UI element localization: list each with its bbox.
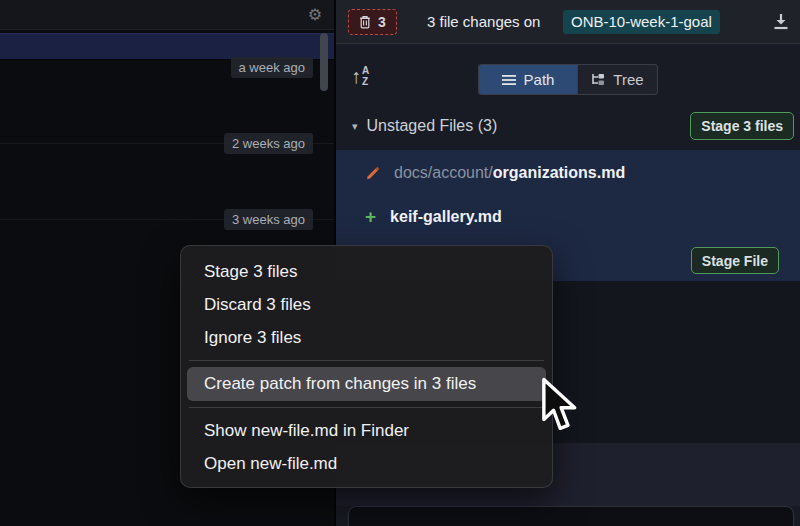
- graph-scrollbar[interactable]: [320, 33, 328, 91]
- menu-item-show-in-finder[interactable]: Show new-file.md in Finder: [181, 414, 552, 447]
- menu-divider: [189, 360, 544, 361]
- menu-item-discard[interactable]: Discard 3 files: [181, 288, 552, 321]
- sort-az-icon: A Z: [362, 65, 369, 87]
- tab-tree[interactable]: Tree: [577, 65, 657, 94]
- context-menu: Stage 3 files Discard 3 files Ignore 3 f…: [180, 245, 553, 488]
- tab-path-label: Path: [524, 71, 555, 88]
- branch-badge[interactable]: ONB-10-week-1-goal: [563, 10, 720, 34]
- commit-time-label: 2 weeks ago: [224, 133, 313, 154]
- stage-file-button[interactable]: Stage File: [691, 247, 779, 274]
- commit-message-box[interactable]: [348, 506, 794, 526]
- menu-item-create-patch[interactable]: Create patch from changes in 3 files: [187, 367, 546, 401]
- sort-files-button[interactable]: ↑ A Z: [351, 63, 369, 89]
- tab-tree-label: Tree: [613, 71, 643, 88]
- stage-all-files-button[interactable]: Stage 3 files: [690, 112, 794, 140]
- list-icon: [502, 74, 516, 86]
- discard-changes-button[interactable]: 3: [348, 9, 397, 35]
- menu-divider: [189, 407, 544, 408]
- menu-item-ignore[interactable]: Ignore 3 files: [181, 321, 552, 354]
- staging-header-bar: 3 3 file changes on ONB-10-week-1-goal: [336, 0, 800, 44]
- menu-item-open-file[interactable]: Open new-file.md: [181, 447, 552, 480]
- file-path-label: docs/account/organizations.md: [394, 164, 625, 182]
- unstaged-files-title: Unstaged Files (3): [367, 117, 498, 135]
- trash-count: 3: [378, 14, 386, 30]
- menu-item-stage[interactable]: Stage 3 files: [181, 255, 552, 288]
- tree-icon: [591, 73, 605, 86]
- sort-arrow-icon: ↑: [351, 63, 361, 89]
- unstaged-files-header[interactable]: ▾ Unstaged Files (3): [352, 112, 497, 140]
- selected-commit-row[interactable]: [0, 33, 334, 60]
- file-row-keif-gallery[interactable]: + keif-gallery.md: [365, 205, 502, 229]
- modified-pencil-icon: [365, 166, 380, 181]
- gear-icon[interactable]: ⚙: [308, 5, 322, 25]
- graph-panel-header: [0, 0, 334, 30]
- commit-time-label: 3 weeks ago: [224, 209, 313, 230]
- collapse-chevron-icon: ▾: [352, 120, 358, 133]
- file-changes-text: 3 file changes on: [427, 0, 540, 44]
- view-mode-tabs: Path Tree: [478, 64, 658, 95]
- added-plus-icon: +: [365, 207, 376, 227]
- mouse-cursor: [541, 377, 581, 435]
- file-row-organizations[interactable]: docs/account/organizations.md: [365, 161, 625, 185]
- commit-time-label: a week ago: [231, 57, 314, 78]
- trash-icon: [359, 15, 371, 29]
- tab-path[interactable]: Path: [479, 65, 577, 94]
- file-path-label: keif-gallery.md: [390, 208, 502, 226]
- app-window: ⚙ a week ago 2 weeks ago 3 weeks ago 3 3…: [0, 0, 800, 526]
- download-patch-icon[interactable]: [772, 12, 790, 32]
